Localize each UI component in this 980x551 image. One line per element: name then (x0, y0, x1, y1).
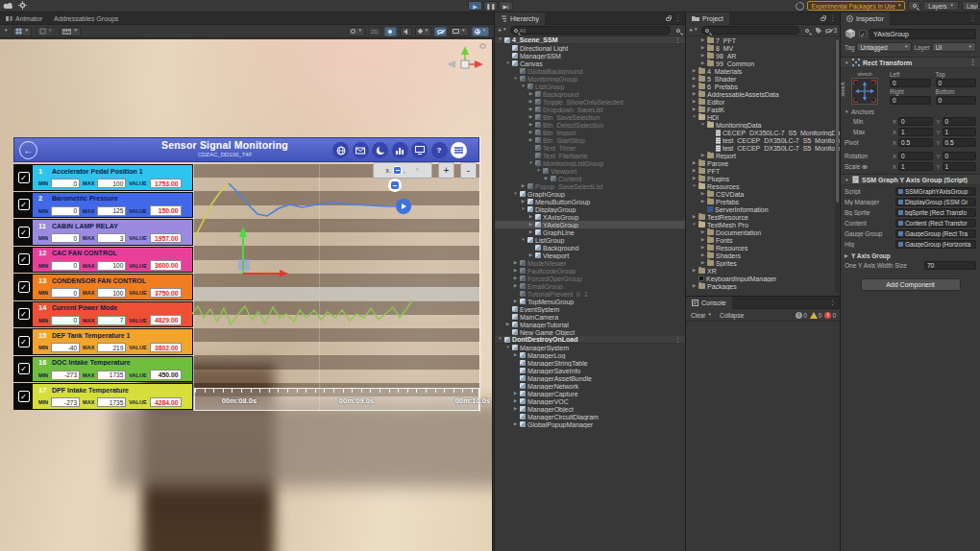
object-field[interactable]: GaugeGroup (Horizonta (895, 240, 976, 249)
tab-addressables-groups[interactable]: Addressables Groups (48, 12, 124, 25)
graph-play-badge[interactable] (396, 199, 411, 214)
hierarchy-item[interactable]: ▶ ManagerCapture (495, 390, 685, 397)
hierarchy-item[interactable]: Text_FileName (495, 152, 685, 159)
hierarchy-item[interactable]: ▶ TopMenuGroup (495, 298, 685, 305)
hierarchy-item[interactable]: GlobalBackground (495, 67, 685, 75)
layer-dropdown[interactable]: UI▼ (932, 42, 976, 52)
play-button[interactable]: ▶ (468, 1, 482, 11)
measure-tool-button[interactable]: ▼ (60, 27, 80, 36)
object-field[interactable]: bgSprite (Rect Transfo (895, 208, 976, 217)
anchor-max-x-input[interactable]: 1 (898, 128, 932, 136)
sensor-checkbox[interactable]: ✓ (14, 329, 33, 354)
tab-console[interactable]: Console (686, 297, 732, 309)
hierarchy-item[interactable]: Background (495, 244, 685, 252)
camera-settings-button[interactable]: ▼ (450, 27, 468, 36)
back-button[interactable]: ← (19, 141, 37, 159)
hierarchy-item[interactable]: ▶ ModelViewer (495, 259, 685, 267)
link-icon[interactable] (862, 164, 868, 170)
signal-graph-area[interactable]: 00m:08.0s 00m:09.0s 00m:10.0s (193, 164, 479, 411)
tag-dropdown[interactable]: Untagged▼ (856, 42, 912, 52)
search-by-type-icon[interactable] (802, 26, 811, 35)
hierarchy-item[interactable]: ▶ GraphLine (495, 228, 685, 236)
hierarchy-item[interactable]: TutorialPrevent_0_1 (495, 290, 685, 298)
grid-visibility-button[interactable]: ▼ (12, 27, 31, 36)
max-input[interactable]: 7 (97, 316, 126, 325)
hierarchy-item[interactable]: ▼ Viewport (495, 167, 685, 175)
clear-button[interactable]: Clear▼ (688, 310, 715, 321)
min-input[interactable]: 0 (51, 206, 80, 216)
project-item[interactable]: ▶ Sprites (686, 259, 840, 267)
layers-dropdown[interactable]: Layers▼ (923, 1, 959, 11)
panel-menu-icon[interactable]: ⋮ (829, 14, 836, 22)
project-search-input[interactable] (701, 26, 800, 35)
hierarchy-search-input[interactable]: All (510, 26, 671, 35)
min-input[interactable]: 0 (51, 261, 80, 271)
step-button[interactable]: ▶| (499, 1, 513, 11)
project-item[interactable]: test_CECEP_DX350LC-7_S5_Monitoring (686, 136, 840, 144)
project-item[interactable]: ▶ FastK (686, 106, 840, 113)
project-item[interactable]: ▶ Plugins (686, 175, 840, 182)
project-item[interactable]: ▶ Shaders (686, 252, 840, 259)
hierarchy-item[interactable]: ManagerSaveInfo (495, 367, 685, 374)
rotation-y-input[interactable]: 0 (943, 152, 976, 160)
hierarchy-item[interactable]: ▼ DisplayGroup (495, 205, 685, 213)
label-icon[interactable] (814, 26, 822, 35)
project-item[interactable]: ▶ Prefabs (686, 198, 840, 205)
sensor-checkbox[interactable]: ✓ (14, 193, 33, 218)
project-item[interactable]: ▶ 8_MV (686, 44, 840, 52)
project-item[interactable]: ▶ CSVData (686, 190, 840, 198)
info-filter-button[interactable]: !0 (796, 312, 807, 319)
hierarchy-item[interactable]: ManagerNetwork (495, 382, 685, 390)
max-input[interactable]: 100 (97, 261, 126, 271)
project-item[interactable]: ▼ Resources (686, 182, 840, 190)
hierarchy-item[interactable]: ▼ MonitoringGroup (495, 75, 685, 83)
tab-animator[interactable]: Animator (0, 12, 48, 25)
lock-icon[interactable] (666, 17, 671, 21)
min-input[interactable]: -40 (51, 343, 80, 352)
hierarchy-item[interactable]: ▶ Viewport (495, 252, 685, 259)
hierarchy-item[interactable]: ▶ ManagerTutorial (495, 321, 685, 328)
search-save-icon[interactable] (674, 26, 682, 35)
project-item[interactable]: KeyboardInputManager (686, 275, 840, 282)
anchor-max-y-input[interactable]: 1 (943, 128, 976, 136)
rect-transform-header[interactable]: ▼ Rect Transform ⋮ (841, 57, 980, 68)
y-axis-group-foldout[interactable]: ▶Y Axis Group (841, 252, 980, 259)
max-input[interactable]: 1735 (97, 397, 126, 407)
scene-visibility-button[interactable] (434, 27, 447, 36)
warning-filter-button[interactable]: 0 (810, 312, 822, 319)
sensor-checkbox[interactable]: ✓ (14, 302, 33, 327)
scale-y-input[interactable]: 1 (943, 162, 976, 171)
zoom-in-button[interactable]: + (438, 162, 454, 179)
pivot-x-input[interactable]: 0.5 (898, 138, 932, 147)
project-item[interactable]: test_CECEP_DX350LC-7_S5_Monitoring (686, 144, 840, 152)
shading-mode-button[interactable]: ▼ (348, 27, 364, 36)
snap-settings-button[interactable]: ▼ (37, 27, 55, 36)
project-scrollbar[interactable] (835, 37, 839, 293)
hierarchy-item[interactable]: ▶ MenuButtonGroup (495, 198, 685, 205)
hierarchy-item[interactable]: Text_Timer (495, 144, 685, 152)
project-item[interactable]: ▶ XR (686, 267, 840, 275)
project-item[interactable]: ▶ TestResource (686, 213, 840, 221)
hierarchy-item[interactable]: ▼ ListGroup (495, 83, 685, 90)
hierarchy-item[interactable]: ▼ ManagerSystem (495, 344, 685, 351)
hierarchy-item[interactable]: ▶ Content (495, 175, 685, 182)
hidden-count-badge[interactable]: 3 (825, 27, 837, 34)
experimental-packages-button[interactable]: Experimental Packages In Use▼ (807, 1, 905, 11)
effects-button[interactable]: ▼ (415, 27, 431, 36)
project-item[interactable]: ▶ Packages (686, 282, 840, 290)
pivot-y-input[interactable]: 0.5 (943, 138, 976, 147)
lock-icon[interactable] (821, 17, 825, 21)
tab-inspector[interactable]: Inspector (841, 12, 890, 25)
hierarchy-item[interactable]: ▼ DontDestroyOnLoad (495, 336, 685, 344)
moon-icon[interactable] (372, 142, 388, 158)
min-input[interactable]: -273 (51, 371, 80, 380)
send-mail-icon[interactable] (353, 142, 369, 158)
hierarchy-item[interactable]: MainCamera (495, 313, 685, 321)
hierarchy-item[interactable]: New Game Object (495, 328, 685, 336)
cloud-icon[interactable] (3, 2, 13, 10)
gear-icon[interactable] (18, 1, 27, 10)
hierarchy-item[interactable]: ▼ 4_Scene_SSM (495, 36, 685, 44)
project-item[interactable]: ServerInformation (686, 205, 840, 213)
layout-dropdown[interactable]: Layout (962, 1, 979, 11)
sensor-checkbox[interactable]: ✓ (14, 357, 33, 382)
